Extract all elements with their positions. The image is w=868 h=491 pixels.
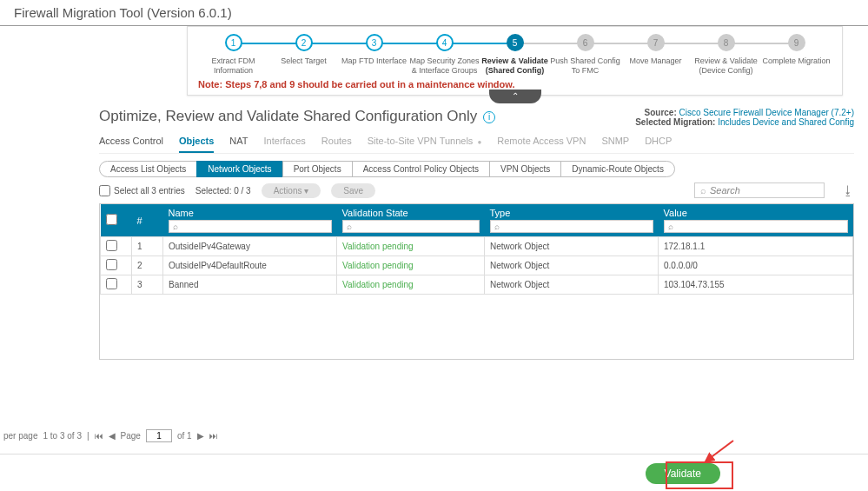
tab-interfaces: Interfaces bbox=[264, 132, 306, 153]
stepper: 1Extract FDM Information2Select Target3M… bbox=[187, 26, 843, 96]
pager-first[interactable]: ⏮ bbox=[95, 431, 103, 441]
actions-menu[interactable]: Actions ▾ bbox=[262, 183, 321, 198]
row-value: 0.0.0.0/0 bbox=[659, 256, 853, 275]
migration-meta: Source: Cisco Secure Firewall Device Man… bbox=[635, 108, 854, 127]
step-8: 8Review & Validate (Device Config) bbox=[691, 34, 761, 76]
col-vs[interactable]: Validation State⌕ bbox=[337, 204, 485, 237]
tab-snmp: SNMP bbox=[601, 132, 629, 153]
subtab-vpn-objects[interactable]: VPN Objects bbox=[489, 161, 561, 177]
tab-nat[interactable]: NAT bbox=[229, 132, 248, 153]
col-val[interactable]: Value⌕ bbox=[659, 204, 853, 237]
col-name[interactable]: Name⌕ bbox=[163, 204, 337, 237]
col-checkbox[interactable] bbox=[101, 204, 132, 237]
pager-prev[interactable]: ◀ bbox=[109, 431, 116, 441]
search-icon: ⌕ bbox=[700, 185, 706, 196]
row-checkbox[interactable] bbox=[106, 278, 117, 289]
select-all-checkbox[interactable]: Select all 3 entries bbox=[99, 185, 185, 196]
source-link[interactable]: Cisco Secure Firewall Device Manager (7.… bbox=[679, 108, 854, 117]
col-type[interactable]: Type⌕ bbox=[485, 204, 659, 237]
tab-objects[interactable]: Objects bbox=[179, 132, 214, 153]
subtab-access-control-policy-objects[interactable]: Access Control Policy Objects bbox=[352, 161, 490, 177]
table-row[interactable]: 2OutsideIPv4DefaultRouteValidation pendi… bbox=[101, 256, 853, 275]
step-9: 9Complete Migration bbox=[761, 34, 832, 66]
row-validation-state: Validation pending bbox=[337, 275, 485, 295]
row-num: 1 bbox=[132, 237, 163, 256]
row-num: 3 bbox=[132, 275, 163, 295]
pager: per page 1 to 3 of 3 | ⏮ ◀ Page of 1 ▶ ⏭ bbox=[0, 429, 218, 442]
row-num: 2 bbox=[132, 256, 163, 275]
save-button[interactable]: Save bbox=[331, 183, 375, 198]
subtab-dynamic-route-objects[interactable]: Dynamic-Route Objects bbox=[560, 161, 675, 177]
pager-page-input[interactable] bbox=[146, 429, 172, 442]
tab-routes: Routes bbox=[321, 132, 352, 153]
tab-access-control[interactable]: Access Control bbox=[99, 132, 163, 153]
row-validation-state: Validation pending bbox=[337, 237, 485, 256]
controls-row: Select all 3 entries Selected: 0 / 3 Act… bbox=[99, 182, 854, 198]
main-tabs: Access ControlObjectsNATInterfacesRoutes… bbox=[99, 132, 854, 154]
filter-val[interactable]: ⌕ bbox=[664, 220, 848, 233]
search-input[interactable]: ⌕ Search bbox=[694, 182, 825, 198]
row-type: Network Object bbox=[485, 275, 659, 295]
subtab-network-objects[interactable]: Network Objects bbox=[196, 161, 282, 177]
col-num[interactable]: # bbox=[132, 204, 163, 237]
migration-link[interactable]: Includes Device and Shared Config bbox=[718, 117, 854, 127]
step-4[interactable]: 4Map Security Zones & Interface Groups bbox=[409, 34, 480, 76]
filter-name[interactable]: ⌕ bbox=[169, 220, 332, 233]
objects-table: # Name⌕ Validation State⌕ Type⌕ Value⌕ 1… bbox=[99, 203, 854, 360]
row-value: 103.104.73.155 bbox=[659, 275, 853, 295]
row-validation-state: Validation pending bbox=[337, 256, 485, 275]
subtab-port-objects[interactable]: Port Objects bbox=[282, 161, 353, 177]
collapse-stepper[interactable]: ⌃ bbox=[489, 90, 541, 103]
tab-remote-access-vpn: Remote Access VPN bbox=[497, 132, 586, 153]
row-checkbox[interactable] bbox=[106, 259, 117, 270]
callout-annotation bbox=[666, 461, 733, 489]
step-5[interactable]: 5Review & Validate (Shared Config) bbox=[480, 34, 550, 76]
step-7: 7Move Manager bbox=[620, 34, 691, 66]
subtab-access-list-objects[interactable]: Access List Objects bbox=[99, 161, 197, 177]
download-icon[interactable]: ⭳ bbox=[842, 183, 854, 197]
maintenance-note: Note: Steps 7,8 and 9 should be carried … bbox=[198, 79, 832, 90]
step-2[interactable]: 2Select Target bbox=[268, 34, 339, 66]
chevron-up-icon: ⌃ bbox=[512, 92, 519, 101]
tab-site-to-site-vpn-tunnels: Site-to-Site VPN Tunnels ● bbox=[368, 132, 482, 153]
row-checkbox[interactable] bbox=[106, 240, 117, 251]
page-title: Optimize, Review and Validate Shared Con… bbox=[99, 108, 495, 125]
row-value: 172.18.1.1 bbox=[659, 237, 853, 256]
info-icon[interactable]: i bbox=[483, 111, 495, 123]
row-name: OutsideIPv4Gateway bbox=[163, 237, 337, 256]
selected-count: Selected: 0 / 3 bbox=[195, 186, 251, 196]
tab-dhcp: DHCP bbox=[645, 132, 672, 153]
pager-last[interactable]: ⏭ bbox=[209, 431, 218, 441]
pager-next[interactable]: ▶ bbox=[197, 431, 204, 441]
filter-type[interactable]: ⌕ bbox=[490, 220, 653, 233]
step-3[interactable]: 3Map FTD Interface bbox=[339, 34, 409, 66]
row-type: Network Object bbox=[485, 256, 659, 275]
step-6: 6Push Shared Config To FMC bbox=[550, 34, 620, 76]
app-title: Firewall Migration Tool (Version 6.0.1) bbox=[0, 0, 868, 26]
step-1[interactable]: 1Extract FDM Information bbox=[198, 34, 268, 76]
callout-arrow bbox=[702, 441, 733, 463]
table-row[interactable]: 1OutsideIPv4GatewayValidation pendingNet… bbox=[101, 237, 853, 256]
row-name: OutsideIPv4DefaultRoute bbox=[163, 256, 337, 275]
object-subtabs: Access List ObjectsNetwork ObjectsPort O… bbox=[99, 161, 854, 177]
table-row[interactable]: 3BannedValidation pendingNetwork Object1… bbox=[101, 275, 853, 295]
row-type: Network Object bbox=[485, 237, 659, 256]
filter-vs[interactable]: ⌕ bbox=[342, 220, 480, 233]
svg-line-0 bbox=[706, 441, 733, 461]
row-name: Banned bbox=[163, 275, 337, 295]
